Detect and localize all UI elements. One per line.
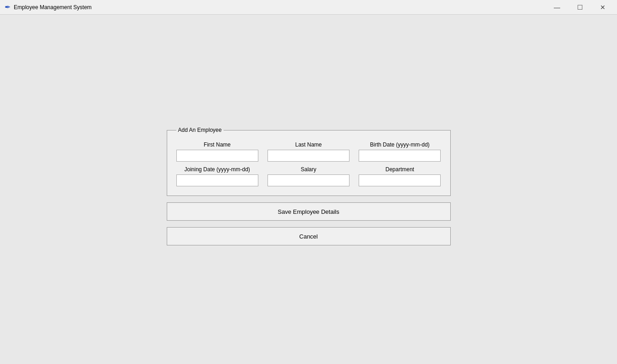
- joining-date-group: Joining Date (yyyy-mm-dd): [176, 166, 258, 186]
- app-icon: ✒: [4, 4, 11, 11]
- employee-fieldset: Add An Employee First Name Last Name Bir…: [167, 127, 451, 196]
- cancel-button[interactable]: Cancel: [167, 227, 451, 245]
- joining-date-input[interactable]: [176, 174, 258, 186]
- last-name-group: Last Name: [268, 141, 349, 162]
- main-content: Add An Employee First Name Last Name Bir…: [0, 15, 617, 364]
- last-name-input[interactable]: [268, 150, 349, 162]
- form-container: Add An Employee First Name Last Name Bir…: [167, 127, 451, 252]
- first-name-input[interactable]: [176, 150, 258, 162]
- close-button[interactable]: ✕: [592, 0, 613, 15]
- birth-date-group: Birth Date (yyyy-mm-dd): [359, 141, 441, 162]
- maximize-button[interactable]: ☐: [569, 0, 590, 15]
- salary-label: Salary: [268, 166, 349, 173]
- fieldset-legend: Add An Employee: [176, 127, 224, 133]
- birth-date-input[interactable]: [359, 150, 441, 162]
- birth-date-label: Birth Date (yyyy-mm-dd): [359, 141, 441, 148]
- app-title: Employee Management System: [14, 4, 92, 11]
- fields-grid: First Name Last Name Birth Date (yyyy-mm…: [176, 141, 441, 186]
- first-name-group: First Name: [176, 141, 258, 162]
- salary-input[interactable]: [268, 174, 349, 186]
- department-input[interactable]: [359, 174, 441, 186]
- department-group: Department: [359, 166, 441, 186]
- salary-group: Salary: [268, 166, 349, 186]
- first-name-label: First Name: [176, 141, 258, 148]
- last-name-label: Last Name: [268, 141, 349, 148]
- save-button[interactable]: Save Employee Details: [167, 202, 451, 221]
- title-bar-left: ✒ Employee Management System: [4, 4, 92, 11]
- joining-date-label: Joining Date (yyyy-mm-dd): [176, 166, 258, 173]
- title-bar-controls: — ☐ ✕: [546, 0, 613, 15]
- department-label: Department: [359, 166, 441, 173]
- minimize-button[interactable]: —: [546, 0, 568, 15]
- title-bar: ✒ Employee Management System — ☐ ✕: [0, 0, 617, 15]
- action-buttons: Save Employee Details Cancel: [167, 202, 451, 252]
